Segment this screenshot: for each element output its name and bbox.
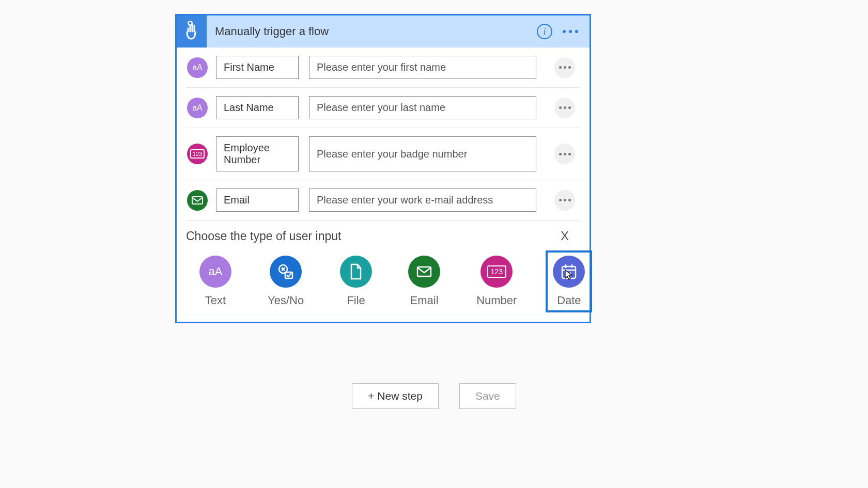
input-placeholder-field[interactable] [309,136,536,171]
type-label: Email [410,294,439,307]
svg-point-1 [189,22,192,25]
footer-buttons: + New step Save [0,383,868,409]
number-icon: 123 [187,144,208,164]
input-placeholder-field[interactable] [309,56,536,79]
type-label: Date [557,294,581,307]
email-icon [408,256,440,288]
text-icon: aA [187,98,208,118]
trigger-title: Manually trigger a flow [207,25,537,38]
input-row [186,180,580,220]
yesno-icon [270,256,302,288]
input-type-file[interactable]: File [333,250,379,312]
svg-rect-2 [192,197,203,204]
chooser-title: Choose the type of user input [186,229,341,243]
input-row: 123 Employee Number [186,128,580,180]
type-label: Text [205,294,226,307]
new-step-button[interactable]: + New step [352,383,439,409]
input-type-email[interactable]: Email [401,250,447,312]
input-row: aA [186,48,580,88]
chooser-close-button[interactable]: X [555,227,574,245]
svg-text:21: 21 [566,271,572,277]
save-button[interactable]: Save [459,383,516,409]
card-header: Manually trigger a flow i [177,15,590,48]
input-name-field[interactable] [216,188,299,212]
number-icon: 123 [481,256,513,288]
trigger-card: Manually trigger a flow i aA aA 123 Empl… [175,14,591,323]
input-more-button[interactable] [554,57,575,78]
inputs-area: aA aA 123 Employee Number [177,48,590,220]
trigger-icon [177,15,207,48]
text-icon: aA [199,256,231,288]
input-name-field[interactable]: Employee Number [216,136,299,171]
date-icon: 21 [553,256,585,288]
input-placeholder-field[interactable] [309,188,536,212]
input-name-field[interactable] [216,96,299,119]
type-label: Yes/No [268,294,304,307]
input-more-button[interactable] [554,190,575,211]
input-row: aA [186,88,580,128]
card-more-button[interactable] [563,30,590,33]
input-type-text[interactable]: aA Text [192,250,239,312]
input-type-number[interactable]: 123 Number [469,250,524,312]
type-label: Number [476,294,517,307]
input-more-button[interactable] [554,144,575,164]
text-icon: aA [187,57,208,78]
input-type-date[interactable]: 21 Date [546,250,592,312]
email-icon [187,190,208,211]
file-icon [340,256,372,288]
input-name-field[interactable] [216,56,299,79]
info-button[interactable]: i [537,24,552,39]
input-placeholder-field[interactable] [309,96,536,119]
type-label: File [347,294,365,307]
input-type-chooser: Choose the type of user input X aA Text … [177,221,590,322]
input-more-button[interactable] [554,98,575,118]
input-type-yesno[interactable]: Yes/No [260,250,311,312]
